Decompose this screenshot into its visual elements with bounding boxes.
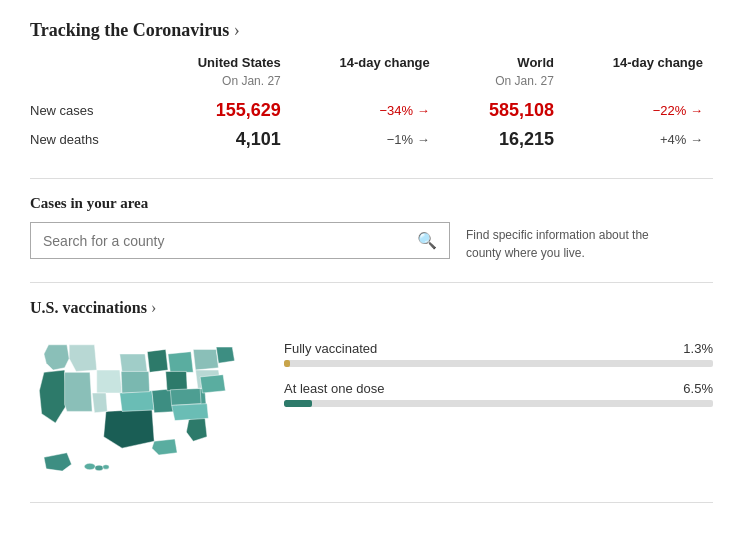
vaccines-content: Fully vaccinated 1.3% At least one dose … xyxy=(30,331,713,482)
row1-world-value: 585,108 xyxy=(489,100,554,120)
vacc-row-onedose: At least one dose 6.5% xyxy=(284,381,713,407)
cases-label: Cases in your area xyxy=(30,195,713,212)
vacc-pct-fully: 1.3% xyxy=(683,341,713,356)
us-label: United States xyxy=(198,55,281,70)
svg-marker-14 xyxy=(152,439,177,455)
change-label-1: 14-day change xyxy=(339,55,429,70)
cases-section: Cases in your area 🔍 Find specific infor… xyxy=(30,195,713,262)
vacc-bars: Fully vaccinated 1.3% At least one dose … xyxy=(284,331,713,421)
svg-marker-17 xyxy=(92,393,107,413)
search-icon: 🔍 xyxy=(417,231,437,250)
svg-marker-19 xyxy=(166,371,188,390)
search-row: 🔍 Find specific information about the co… xyxy=(30,222,713,262)
row1-world-change: −22% xyxy=(653,103,687,118)
vaccinations-section: U.S. vaccinations › xyxy=(30,299,713,482)
divider-2 xyxy=(30,282,713,283)
svg-marker-18 xyxy=(121,371,149,393)
svg-marker-7 xyxy=(216,347,234,363)
row2-us-arrow: → xyxy=(417,132,430,147)
vacc-label-onedose: At least one dose xyxy=(284,381,384,396)
vacc-bar-fill-fully xyxy=(284,360,290,367)
search-description: Find specific information about the coun… xyxy=(466,222,666,262)
row1-label: New cases xyxy=(30,103,94,118)
svg-marker-20 xyxy=(170,388,201,405)
tracking-header[interactable]: Tracking the Coronavirus › xyxy=(30,20,713,41)
vacc-title-text: U.S. vaccinations xyxy=(30,299,147,316)
row2-world-value: 16,215 xyxy=(499,129,554,149)
svg-marker-23 xyxy=(44,453,72,471)
row1-us-value: 155,629 xyxy=(216,100,281,120)
divider-1 xyxy=(30,178,713,179)
table-row: New deaths 4,101 −1% → 16,215 +4% → xyxy=(30,125,713,154)
search-input[interactable] xyxy=(43,233,417,249)
vacc-row-fully: Fully vaccinated 1.3% xyxy=(284,341,713,367)
divider-3 xyxy=(30,502,713,503)
svg-marker-22 xyxy=(200,375,225,393)
svg-marker-1 xyxy=(69,345,97,372)
svg-marker-12 xyxy=(120,391,154,412)
vacc-bar-fill-onedose xyxy=(284,400,312,407)
svg-marker-3 xyxy=(120,354,148,372)
svg-marker-16 xyxy=(65,372,93,411)
row2-us-value: 4,101 xyxy=(236,129,281,149)
vacc-bar-bg-fully xyxy=(284,360,713,367)
svg-marker-6 xyxy=(193,349,218,370)
us-date: On Jan. 27 xyxy=(222,74,281,88)
row1-us-arrow: → xyxy=(417,103,430,118)
svg-marker-15 xyxy=(39,370,67,423)
svg-point-26 xyxy=(103,465,109,470)
vacc-label-fully: Fully vaccinated xyxy=(284,341,377,356)
world-date: On Jan. 27 xyxy=(495,74,554,88)
svg-marker-5 xyxy=(168,352,193,373)
svg-marker-11 xyxy=(104,409,155,448)
stats-table: United States 14-day change World 14-day… xyxy=(30,55,713,154)
row1-world-arrow: → xyxy=(690,103,703,118)
row1-us-change: −34% xyxy=(380,103,414,118)
row2-label: New deaths xyxy=(30,132,99,147)
world-label: World xyxy=(517,55,554,70)
svg-point-25 xyxy=(95,465,103,471)
svg-marker-21 xyxy=(172,404,209,421)
table-row: New cases 155,629 −34% → 585,108 −22% → xyxy=(30,96,713,125)
row2-world-arrow: → xyxy=(690,132,703,147)
vacc-pct-onedose: 6.5% xyxy=(683,381,713,396)
row2-world-change: +4% xyxy=(660,132,686,147)
header-title: Tracking the Coronavirus xyxy=(30,20,229,40)
svg-marker-2 xyxy=(97,370,122,393)
change-label-2: 14-day change xyxy=(613,55,703,70)
svg-marker-4 xyxy=(147,349,168,372)
svg-marker-0 xyxy=(44,345,69,370)
svg-point-24 xyxy=(84,463,95,469)
vacc-bar-bg-onedose xyxy=(284,400,713,407)
row2-us-change: −1% xyxy=(387,132,413,147)
search-box[interactable]: 🔍 xyxy=(30,222,450,259)
vacc-title-arrow: › xyxy=(151,299,156,316)
vaccinations-title[interactable]: U.S. vaccinations › xyxy=(30,299,713,317)
header-arrow: › xyxy=(234,20,240,40)
us-map xyxy=(30,331,260,482)
